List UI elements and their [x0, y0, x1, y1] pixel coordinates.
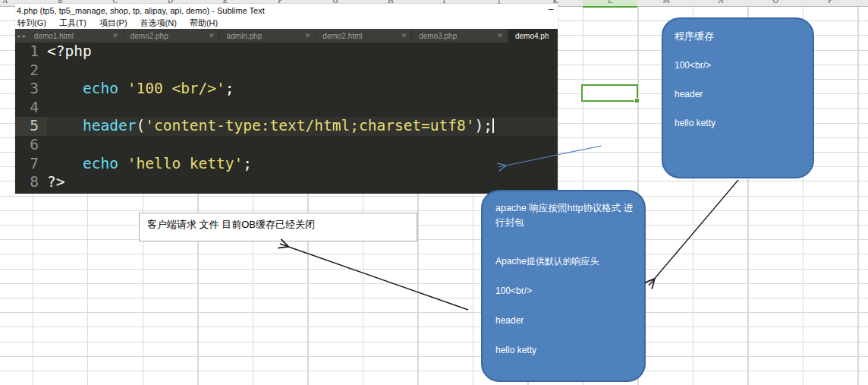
fill-handle[interactable] [634, 98, 640, 103]
shape-text-line: 100<br/> [675, 58, 810, 72]
line-number: 3 [15, 80, 47, 99]
client-request-note-shape[interactable]: 客户端请求 文件 目前OB缓存已经关闭 [139, 213, 417, 241]
tab-label: demo4.php [515, 32, 549, 40]
shape-text-line: 100<br/> [495, 284, 638, 298]
tab-close-icon[interactable]: ✕ [305, 32, 311, 39]
code-text: echo 'hello ketty'; [47, 155, 252, 174]
tab-close-icon[interactable]: ✕ [497, 32, 503, 39]
program-cache-shape[interactable]: 程序缓存 100<br/>headerhello ketty [662, 17, 814, 178]
column-header-P[interactable]: P [828, 0, 832, 5]
code-line-8: 8?> [15, 173, 558, 192]
menu-item[interactable]: 帮助(H) [190, 17, 218, 29]
selected-cell[interactable] [581, 84, 638, 102]
menu-item[interactable]: 项目(P) [99, 17, 127, 29]
tab-bar: ◄ ► demo1.html✕demo2.php✕admin.php✕demo2… [15, 29, 558, 43]
shape-text-line: header [495, 314, 638, 327]
text-caret [492, 118, 494, 133]
shape-text-line: hello ketty [675, 116, 810, 130]
code-line-2: 2 [15, 62, 558, 80]
apache-response-shape[interactable]: apache 响应按照http协议格式 进行封包 Apache提供默认的响应头1… [481, 190, 646, 382]
line-number: 6 [15, 136, 47, 155]
code-line-3: 3 echo '100 <br/>'; [15, 80, 558, 99]
selected-column-header[interactable]: L [583, 0, 637, 8]
sublime-text-window: 4.php (tp5, tp5_manage, shop, tp, alipay… [15, 4, 558, 194]
tab-label: demo3.php [419, 32, 457, 40]
window-title: 4.php (tp5, tp5_manage, shop, tp, alipay… [15, 6, 265, 15]
minimize-button[interactable]: – [546, 4, 556, 14]
menu-item[interactable]: 转到(G) [17, 17, 46, 29]
line-number: 7 [15, 155, 47, 174]
line-number: 4 [15, 99, 47, 118]
code-text: ?> [47, 173, 64, 192]
tabs-scroll-right-icon[interactable]: ► [21, 29, 27, 43]
tab-label: admin.php [227, 32, 263, 40]
menu-item[interactable]: 首选项(N) [140, 17, 177, 29]
note-text: 客户端请求 文件 目前OB缓存已经关闭 [147, 219, 315, 230]
tab-admin.php[interactable]: admin.php✕ [220, 29, 316, 43]
window-title-bar[interactable]: 4.php (tp5, tp5_manage, shop, tp, alipay… [15, 4, 558, 17]
code-text: echo '100 <br/>'; [47, 80, 234, 99]
tab-close-icon[interactable]: ✕ [209, 32, 215, 39]
menu-item[interactable]: 工具(T) [59, 17, 86, 29]
code-line-5: 5 header('content-type:text/html;charset… [15, 117, 558, 136]
menu-bar: 转到(G)工具(T)项目(P)首选项(N)帮助(H) [15, 17, 558, 29]
tab-demo2.php[interactable]: demo2.php✕ [124, 29, 220, 43]
line-number: 1 [15, 43, 47, 62]
line-number: 2 [15, 62, 47, 80]
tab-demo1.html[interactable]: demo1.html✕ [27, 29, 124, 43]
code-text: <?php [47, 43, 92, 62]
column-header-M[interactable]: M [663, 0, 670, 5]
column-header-O[interactable]: O [773, 0, 778, 5]
code-line-1: 1<?php [15, 43, 558, 62]
tab-demo2.html[interactable]: demo2.html✕ [316, 29, 412, 43]
shape-text-line: header [675, 87, 810, 101]
code-line-6: 6 [15, 136, 558, 155]
code-editor[interactable]: 1<?php23 echo '100 <br/>';45 header('con… [15, 43, 558, 194]
shape-title: 程序缓存 [675, 30, 810, 43]
tab-close-icon[interactable]: ✕ [112, 32, 118, 39]
code-text: header('content-type:text/html;charset=u… [47, 117, 494, 136]
line-number: 5 [15, 117, 47, 136]
tab-label: demo2.php [131, 32, 168, 40]
shape-text-line: Apache提供默认的响应头 [495, 254, 638, 268]
column-header-N[interactable]: N [718, 0, 724, 5]
tabs-scroll-left-icon[interactable]: ◄ [15, 29, 21, 43]
shape-paragraph: apache 响应按照http协议格式 进行封包 [495, 201, 638, 230]
tab-demo4.php[interactable]: demo4.php [508, 29, 558, 43]
tab-close-icon[interactable]: ✕ [401, 32, 407, 39]
shape-text-line: hello ketty [495, 343, 638, 357]
tab-demo3.php[interactable]: demo3.php✕ [412, 29, 508, 43]
code-line-7: 7 echo 'hello ketty'; [15, 155, 558, 174]
column-header-A[interactable]: A [3, 0, 8, 5]
tab-label: demo1.html [34, 32, 74, 40]
tab-label: demo2.html [322, 32, 362, 40]
code-line-4: 4 [15, 99, 558, 118]
line-number: 8 [15, 173, 47, 192]
selected-column-letter: L [608, 0, 612, 5]
